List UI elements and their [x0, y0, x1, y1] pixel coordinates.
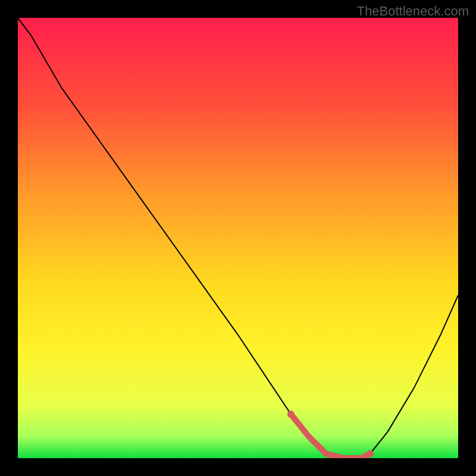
chart-background — [18, 18, 458, 458]
highlight-endpoint — [287, 411, 295, 418]
highlight-endpoint — [367, 450, 374, 458]
bottleneck-chart — [18, 18, 458, 458]
chart-svg — [18, 18, 458, 458]
watermark-text: TheBottleneck.com — [357, 4, 469, 19]
